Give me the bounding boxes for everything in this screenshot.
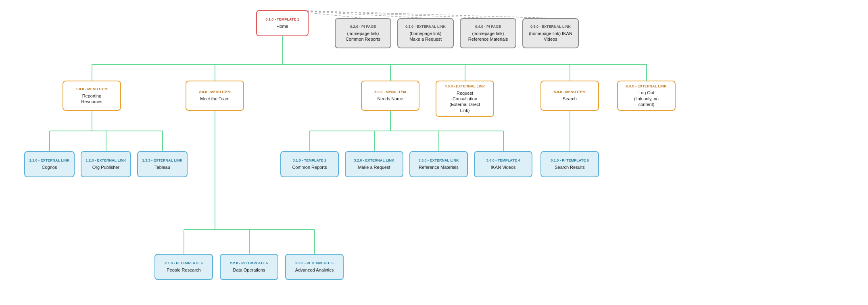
svg-line-2 bbox=[282, 10, 488, 18]
node-050-text: (homepage link) IKANVideos bbox=[529, 31, 572, 42]
node-510-text: Search Results bbox=[555, 164, 585, 170]
node-210-text: People Research bbox=[167, 267, 200, 273]
node-330: 3.3.0 - EXTERNAL LINK Reference Material… bbox=[409, 151, 468, 177]
node-120-label: 1.2.0 - EXTERNAL LINK bbox=[86, 158, 126, 163]
node-133-label: 1.3.3 - EXTERNAL LINK bbox=[142, 158, 183, 163]
node-400: 4.0.0 - EXTERNAL LINK RequestConsultatio… bbox=[436, 81, 494, 117]
node-230-text: Advanced Analytics bbox=[295, 267, 334, 273]
node-300-text: Needs Name bbox=[377, 96, 403, 102]
node-500-text: Search bbox=[563, 96, 577, 102]
node-340-text: IKAN Videos bbox=[490, 164, 515, 170]
node-510: 5.1.0 - PI TEMPLATE 6 Search Results bbox=[540, 151, 599, 177]
node-110-text: Cognos bbox=[42, 164, 57, 170]
node-020: 0.2.0 - PI PAGE (homepage link)Common Re… bbox=[335, 18, 391, 48]
node-400-label: 4.0.0 - EXTERNAL LINK bbox=[445, 84, 485, 89]
node-220: 2.2.0 - PI TEMPLATE 5 Data Operations bbox=[220, 254, 278, 280]
node-220-text: Data Operations bbox=[233, 267, 265, 273]
node-050-label: 0.5.0 - EXTERNAL LINK bbox=[530, 25, 571, 29]
node-210-label: 2.1.0 - PI TEMPLATE 5 bbox=[165, 261, 202, 266]
node-root: 0.1.0 - TEMPLATE 1 Home bbox=[256, 10, 309, 36]
node-310-text: Common Reports bbox=[292, 164, 327, 170]
node-230: 2.3.0 - PI TEMPLATE 5 Advanced Analytics bbox=[285, 254, 344, 280]
node-320-label: 3.2.0 - EXTERNAL LINK bbox=[354, 158, 394, 163]
node-133: 1.3.3 - EXTERNAL LINK Tableau bbox=[137, 151, 188, 177]
node-600-label: 6.0.0 - EXTERNAL LINK bbox=[626, 84, 667, 89]
node-200-label: 2.0.0 - MENU ITEM bbox=[199, 90, 231, 94]
node-310-label: 3.1.0 - TEMPLATE 2 bbox=[293, 158, 326, 163]
node-120-text: Org Publisher bbox=[92, 164, 119, 170]
node-100-label: 1.0.0 - MENU ITEM bbox=[76, 87, 108, 91]
node-330-label: 3.3.0 - EXTERNAL LINK bbox=[419, 158, 459, 163]
node-300-label: 3.0.0 - MENU ITEM bbox=[374, 90, 406, 94]
node-210: 2.1.0 - PI TEMPLATE 5 People Research bbox=[154, 254, 213, 280]
node-020-text: (homepage link)Common Reports bbox=[346, 31, 380, 42]
node-600-text: Log Out(link only, nocontent) bbox=[634, 90, 659, 107]
node-600: 6.0.0 - EXTERNAL LINK Log Out(link only,… bbox=[617, 81, 676, 111]
node-500-label: 5.0.0 - MENU ITEM bbox=[554, 90, 586, 94]
node-320-text: Make a Request bbox=[358, 164, 390, 170]
node-340-label: 3.4.0 - TEMPLATE 4 bbox=[486, 158, 520, 163]
node-050: 0.5.0 - EXTERNAL LINK (homepage link) IK… bbox=[522, 18, 579, 48]
node-100: 1.0.0 - MENU ITEM ReportingResources bbox=[63, 81, 121, 111]
node-040-text: (homepage link)Reference Materials bbox=[468, 31, 508, 42]
node-310: 3.1.0 - TEMPLATE 2 Common Reports bbox=[280, 151, 339, 177]
node-220-label: 2.2.0 - PI TEMPLATE 5 bbox=[230, 261, 268, 266]
node-040-label: 0.4.0 - PI PAGE bbox=[475, 25, 501, 29]
node-500: 5.0.0 - MENU ITEM Search bbox=[540, 81, 599, 111]
node-400-text: RequestConsultation(External DirectLink) bbox=[450, 90, 480, 113]
node-040: 0.4.0 - PI PAGE (homepage link)Reference… bbox=[460, 18, 516, 48]
node-200: 2.0.0 - MENU ITEM Meet the Team bbox=[186, 81, 244, 111]
sitemap-diagram: 0.1.0 - TEMPLATE 1 Home 0.2.0 - PI PAGE … bbox=[0, 0, 868, 305]
node-230-label: 2.3.0 - PI TEMPLATE 5 bbox=[295, 261, 333, 266]
node-root-text: Home bbox=[276, 23, 288, 29]
node-340: 3.4.0 - TEMPLATE 4 IKAN Videos bbox=[474, 151, 532, 177]
node-100-text: ReportingResources bbox=[81, 93, 102, 105]
node-120: 1.2.0 - EXTERNAL LINK Org Publisher bbox=[81, 151, 131, 177]
node-320: 3.2.0 - EXTERNAL LINK Make a Request bbox=[345, 151, 403, 177]
svg-line-3 bbox=[282, 10, 551, 18]
node-root-label: 0.1.0 - TEMPLATE 1 bbox=[265, 17, 299, 22]
node-030-text: (homepage link)Make a Request bbox=[409, 31, 442, 42]
node-110-label: 1.1.0 - EXTERNAL LINK bbox=[29, 158, 70, 163]
node-030: 0.3.0 - EXTERNAL LINK (homepage link)Mak… bbox=[397, 18, 454, 48]
node-030-label: 0.3.0 - EXTERNAL LINK bbox=[405, 25, 446, 29]
node-020-label: 0.2.0 - PI PAGE bbox=[350, 25, 376, 29]
node-200-text: Meet the Team bbox=[200, 96, 230, 102]
node-110: 1.1.0 - EXTERNAL LINK Cognos bbox=[24, 151, 75, 177]
node-510-label: 5.1.0 - PI TEMPLATE 6 bbox=[551, 158, 588, 163]
node-330-text: Reference Materials bbox=[419, 164, 458, 170]
node-133-text: Tableau bbox=[154, 164, 170, 170]
node-300: 3.0.0 - MENU ITEM Needs Name bbox=[361, 81, 419, 111]
